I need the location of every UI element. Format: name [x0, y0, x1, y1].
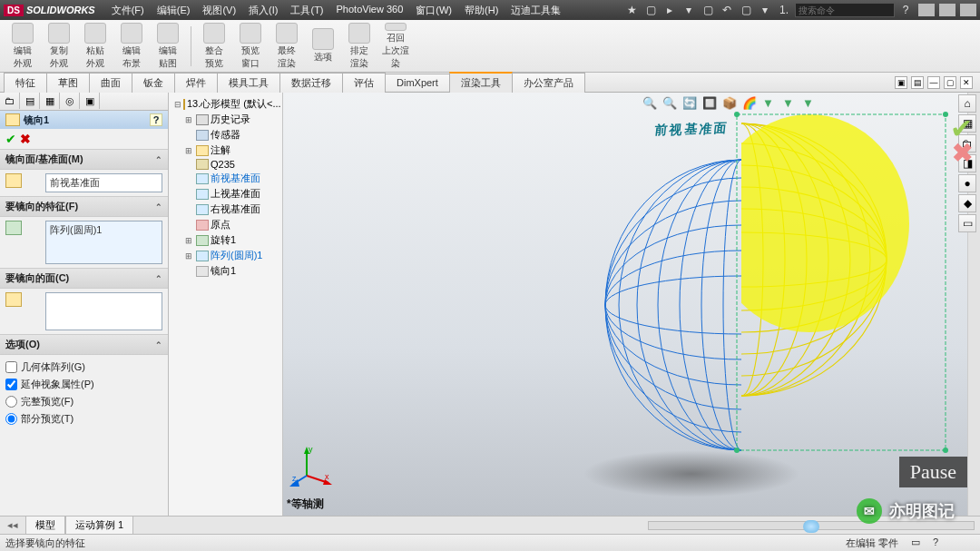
tree-item[interactable]: 右视基准面: [171, 202, 280, 217]
window-minimize-icon[interactable]: [918, 4, 935, 16]
taskpane-extra-icon[interactable]: ▭: [958, 214, 976, 232]
help-icon[interactable]: ?: [897, 2, 914, 18]
ribbon-button[interactable]: 整合预览: [197, 23, 231, 70]
taskpane-custom-icon[interactable]: ◆: [958, 194, 976, 212]
command-tab[interactable]: 渲染工具: [449, 72, 513, 93]
window-restore-icon[interactable]: [939, 4, 956, 16]
command-tab[interactable]: 曲面: [89, 73, 132, 93]
window-tile-icon[interactable]: ▣: [895, 76, 907, 89]
command-tab[interactable]: 草图: [46, 73, 90, 93]
command-tab[interactable]: 评估: [342, 73, 386, 93]
tree-item[interactable]: Q235: [171, 158, 280, 171]
pause-overlay-button[interactable]: Pause: [899, 457, 967, 487]
taskpane-appearance-icon[interactable]: ●: [958, 174, 976, 192]
ribbon-button[interactable]: 排定渲染: [342, 23, 377, 70]
ribbon-icon: [203, 23, 225, 44]
faces-to-mirror-field[interactable]: [45, 292, 162, 330]
window-close2-icon[interactable]: ✕: [960, 76, 973, 89]
window-min-icon[interactable]: —: [927, 76, 940, 89]
pm-cancel-button[interactable]: ✖: [20, 132, 31, 146]
command-tab[interactable]: 钣金: [132, 73, 175, 93]
mirror-plane-field[interactable]: 前视基准面: [45, 173, 162, 192]
window-max-icon[interactable]: ▢: [944, 76, 956, 89]
tree-item[interactable]: 原点: [171, 217, 280, 232]
taskpane-resources-icon[interactable]: ⌂: [958, 94, 976, 113]
status-units-icon[interactable]: ▭: [911, 536, 920, 550]
search-input[interactable]: [795, 3, 895, 17]
tab-scroll-left-icon[interactable]: ◂◂: [0, 519, 25, 531]
graphics-viewport[interactable]: 🔍🔍🔄🔲📦🌈▼▼▼: [283, 93, 980, 517]
tree-item[interactable]: 前视基准面: [171, 171, 280, 186]
tree-item-icon: [196, 204, 209, 215]
features-to-mirror-field[interactable]: 阵列(圆周)1: [45, 221, 162, 264]
menu-item[interactable]: PhotoView 360: [331, 2, 409, 19]
option-propagate-visual[interactable]: 延伸视象属性(P): [5, 376, 162, 393]
pm-section-options[interactable]: 选项(O)⌃: [0, 334, 168, 355]
command-tab[interactable]: DimXpert: [385, 74, 450, 91]
new-icon[interactable]: ▢: [642, 2, 659, 18]
pm-tab-config-icon[interactable]: ▤: [20, 93, 40, 109]
print-icon[interactable]: ▢: [700, 2, 716, 18]
command-tab[interactable]: 模具工具: [217, 73, 280, 93]
option-geometry-pattern[interactable]: 几何体阵列(G): [5, 359, 162, 376]
ribbon-button[interactable]: 最终渲染: [270, 23, 304, 70]
menu-dropdown-icon[interactable]: ★: [623, 2, 640, 18]
ribbon-button[interactable]: 编辑布景: [114, 23, 149, 70]
ribbon-button[interactable]: 复制外观: [42, 23, 76, 70]
save-icon[interactable]: ▾: [681, 2, 697, 18]
reject-feature-icon[interactable]: ✖: [952, 138, 973, 168]
tree-item[interactable]: 镜向1: [171, 263, 280, 279]
command-tab[interactable]: 数据迁移: [279, 73, 343, 93]
window-close-icon[interactable]: [960, 4, 976, 16]
tree-item[interactable]: ⊞旋转1: [171, 232, 280, 248]
menu-item[interactable]: 窗口(W): [410, 2, 457, 19]
tree-item[interactable]: ⊞阵列(圆周)1: [171, 248, 280, 263]
ribbon-button[interactable]: 粘贴外观: [78, 23, 113, 70]
ribbon-button[interactable]: 编辑贴图: [151, 23, 185, 70]
menu-item[interactable]: 编辑(E): [152, 2, 196, 19]
pm-help-button[interactable]: ?: [150, 113, 162, 126]
command-tab[interactable]: 焊件: [174, 73, 218, 93]
open-icon[interactable]: ▸: [662, 2, 678, 18]
pm-tab-extra-icon[interactable]: ▣: [80, 93, 100, 109]
command-tab[interactable]: 办公室产品: [512, 73, 585, 93]
menu-item[interactable]: 迈迪工具集: [505, 2, 566, 19]
window-cascade-icon[interactable]: ▤: [911, 76, 924, 89]
pm-section-faces[interactable]: 要镜向的面(C)⌃: [0, 268, 168, 289]
undo-icon[interactable]: ↶: [719, 2, 735, 18]
tree-item[interactable]: 上视基准面: [171, 186, 280, 202]
ribbon-button[interactable]: 选项: [306, 23, 340, 70]
tree-item[interactable]: ⊞历史记录: [171, 112, 280, 127]
ribbon-button[interactable]: 预览窗口: [233, 23, 268, 70]
ribbon-button[interactable]: 编辑外观: [5, 23, 40, 70]
scrollbar-thumb[interactable]: [803, 520, 819, 533]
tree-item[interactable]: 传感器: [171, 127, 280, 143]
tab-model[interactable]: 模型: [25, 516, 65, 535]
option-partial-preview[interactable]: 部分预览(T): [5, 410, 162, 428]
tree-item[interactable]: ⊞注解: [171, 143, 280, 158]
menu-item[interactable]: 插入(I): [243, 2, 283, 19]
menu-item[interactable]: 帮助(H): [459, 2, 504, 19]
horizontal-scrollbar[interactable]: [648, 521, 975, 530]
pm-section-mirror-plane[interactable]: 镜向面/基准面(M)⌃: [0, 149, 168, 170]
menu-item[interactable]: 工具(T): [285, 2, 328, 19]
logo-text: SOLIDWORKS: [26, 5, 95, 15]
pm-ok-button[interactable]: ✔: [5, 132, 16, 146]
ribbon-button[interactable]: 召回上次渲染: [378, 23, 413, 70]
status-extras-icon[interactable]: ?: [933, 536, 938, 550]
menu-item[interactable]: 文件(F): [106, 2, 150, 19]
tab-motion-study[interactable]: 运动算例 1: [65, 516, 133, 535]
option-full-preview[interactable]: 完整预览(F): [5, 393, 162, 410]
pm-tab-render-icon[interactable]: ◎: [60, 93, 80, 109]
command-ribbon: 编辑外观复制外观粘贴外观编辑布景编辑贴图整合预览预览窗口最终渲染选项排定渲染召回…: [0, 20, 980, 73]
orientation-triad[interactable]: y x z: [290, 445, 332, 487]
bottom-tab-bar: ◂◂ 模型 运动算例 1: [0, 516, 980, 534]
pm-tab-display-icon[interactable]: ▦: [40, 93, 60, 109]
pm-tab-feature-icon[interactable]: 🗀: [0, 93, 20, 109]
command-tab[interactable]: 特征: [4, 73, 47, 93]
rebuild-icon[interactable]: ▢: [738, 2, 754, 18]
menu-item[interactable]: 视图(V): [197, 2, 241, 19]
pm-section-features[interactable]: 要镜向的特征(F)⌃: [0, 196, 168, 217]
tree-root[interactable]: ⊟13.心形模型 (默认<...: [171, 96, 280, 112]
options-icon[interactable]: ▾: [757, 2, 773, 18]
